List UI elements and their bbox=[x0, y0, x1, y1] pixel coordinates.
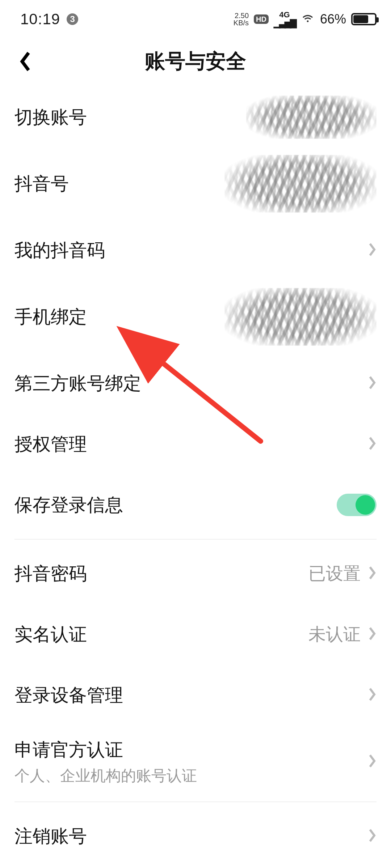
chevron-right-icon bbox=[368, 242, 377, 258]
settings-list: 切换账号 抖音号 我的抖音码 手机绑定 第三方账号绑定 授权管理 bbox=[0, 87, 391, 867]
chevron-left-icon bbox=[18, 51, 32, 72]
row-password[interactable]: 抖音密码 已设置 bbox=[14, 543, 377, 604]
row-delete-account[interactable]: 注销账号 bbox=[14, 806, 377, 867]
row-value: 已设置 bbox=[308, 562, 361, 585]
row-label: 切换账号 bbox=[14, 105, 87, 129]
row-real-name[interactable]: 实名认证 未认证 bbox=[14, 604, 377, 665]
battery-percentage: 66% bbox=[320, 12, 346, 27]
signal-bars-icon: ▁▃▅▇ bbox=[274, 19, 295, 27]
page-header: 账号与安全 bbox=[0, 36, 391, 87]
status-time: 10:19 bbox=[20, 10, 60, 28]
redacted-value bbox=[246, 95, 377, 139]
chevron-right-icon bbox=[368, 828, 377, 844]
row-third-party-binding[interactable]: 第三方账号绑定 bbox=[14, 353, 377, 414]
network-rate-unit: KB/s bbox=[234, 19, 249, 26]
row-subtitle: 个人、企业机构的账号认证 bbox=[14, 766, 197, 786]
page-title: 账号与安全 bbox=[145, 48, 246, 75]
row-official-cert[interactable]: 申请官方认证 个人、企业机构的账号认证 bbox=[14, 726, 377, 798]
row-label: 我的抖音码 bbox=[14, 238, 105, 263]
status-bar: 10:19 3 2.50 KB/s HD 4G ▁▃▅▇ 66% bbox=[0, 0, 391, 36]
network-type: 4G bbox=[279, 11, 290, 19]
row-switch-account[interactable]: 切换账号 bbox=[14, 87, 377, 148]
row-label: 授权管理 bbox=[14, 432, 87, 456]
network-rate-value: 2.50 bbox=[234, 12, 249, 19]
row-label: 抖音号 bbox=[14, 172, 69, 196]
row-my-qr[interactable]: 我的抖音码 bbox=[14, 220, 377, 281]
row-label: 登录设备管理 bbox=[14, 683, 123, 707]
row-login-devices[interactable]: 登录设备管理 bbox=[14, 665, 377, 726]
row-label: 抖音密码 bbox=[14, 562, 87, 586]
section-divider bbox=[14, 539, 377, 540]
chevron-right-icon bbox=[368, 626, 377, 642]
row-label: 手机绑定 bbox=[14, 305, 87, 329]
network-rate: 2.50 KB/s bbox=[234, 12, 249, 26]
cellular-signal-icon: 4G ▁▃▅▇ bbox=[274, 11, 295, 27]
row-label: 第三方账号绑定 bbox=[14, 371, 141, 396]
row-douyin-id[interactable]: 抖音号 bbox=[14, 148, 377, 220]
battery-icon bbox=[351, 13, 377, 25]
chevron-right-icon bbox=[368, 436, 377, 452]
chevron-right-icon bbox=[368, 687, 377, 703]
status-left: 10:19 3 bbox=[20, 10, 78, 28]
save-login-toggle[interactable] bbox=[337, 494, 377, 516]
row-auth-management[interactable]: 授权管理 bbox=[14, 414, 377, 475]
status-right: 2.50 KB/s HD 4G ▁▃▅▇ 66% bbox=[234, 10, 377, 28]
notification-count-badge: 3 bbox=[67, 13, 78, 25]
chevron-right-icon bbox=[368, 375, 377, 391]
row-label: 保存登录信息 bbox=[14, 493, 123, 517]
row-save-login-info: 保存登录信息 bbox=[14, 475, 377, 535]
redacted-value bbox=[224, 288, 377, 346]
section-divider bbox=[14, 801, 377, 802]
redacted-value bbox=[224, 155, 377, 213]
back-button[interactable] bbox=[14, 51, 36, 72]
row-label: 实名认证 bbox=[14, 622, 87, 647]
row-label: 申请官方认证 bbox=[14, 738, 197, 762]
chevron-right-icon bbox=[368, 566, 377, 582]
wifi-icon bbox=[300, 10, 315, 28]
chevron-right-icon bbox=[368, 754, 377, 770]
hd-icon: HD bbox=[254, 14, 269, 24]
row-label: 注销账号 bbox=[14, 824, 87, 848]
row-value: 未认证 bbox=[308, 623, 361, 646]
row-phone-bind[interactable]: 手机绑定 bbox=[14, 281, 377, 353]
